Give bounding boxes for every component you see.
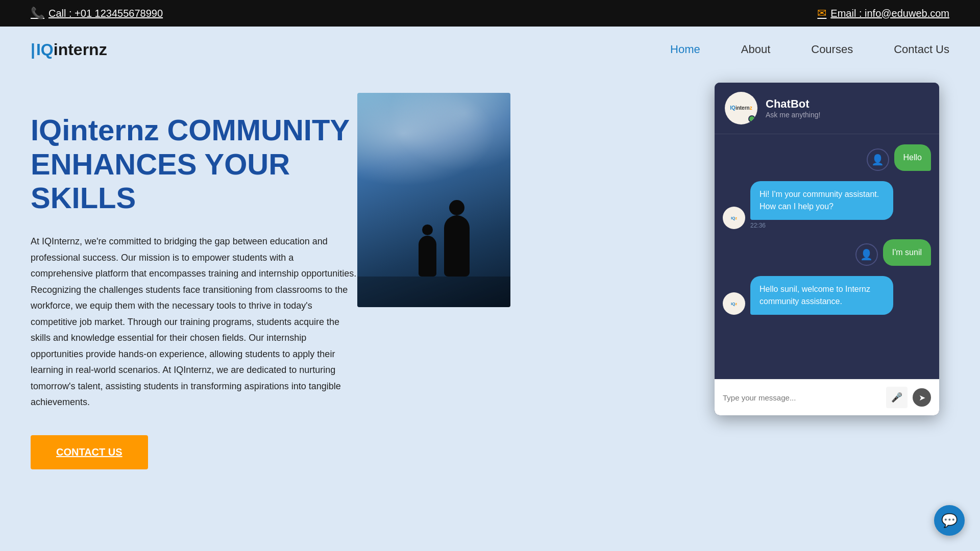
header: |IQinternz Home About Courses Contact Us (0, 27, 980, 72)
phone-label: Call : +01 123455678990 (48, 8, 163, 19)
chatbot-subtitle: Ask me anything! (766, 111, 820, 119)
mic-icon: 🎤 (891, 392, 902, 403)
contact-us-button[interactable]: CONTACT US (31, 435, 148, 469)
nav-home[interactable]: Home (670, 43, 700, 56)
chat-header: IQinternz ChatBot Ask me anything! (715, 83, 939, 134)
child-figure (419, 236, 436, 277)
chatbot-avatar: IQinternz (725, 92, 757, 124)
nav-contact[interactable]: Contact Us (894, 43, 949, 56)
chat-bubble-button[interactable]: 💬 (934, 505, 965, 536)
user-avatar: 👤 (855, 243, 878, 266)
chatbot-title: ChatBot (766, 97, 820, 111)
logo-internz: internz (54, 40, 107, 59)
chat-widget: IQinternz ChatBot Ask me anything! Hello… (715, 83, 939, 415)
logo-bar: | (31, 40, 35, 59)
chat-input-area: 🎤 ➤ (715, 379, 939, 415)
reflection (357, 277, 510, 307)
phone-link[interactable]: 📞 Call : +01 123455678990 (31, 7, 163, 20)
chat-bubble-icon: 💬 (941, 513, 958, 529)
user-avatar: 👤 (867, 148, 889, 171)
nav-courses[interactable]: Courses (811, 43, 853, 56)
chat-messages[interactable]: Hello👤IQzHi! I'm your community assistan… (715, 134, 939, 379)
bubble-wrap: Hi! I'm your community assistant. How ca… (750, 181, 893, 229)
cloud-decoration (357, 93, 510, 195)
send-icon: ➤ (919, 393, 925, 403)
message-row: IQzHi! I'm your community assistant. How… (723, 181, 931, 229)
nav-about[interactable]: About (741, 43, 771, 56)
chatbot-logo: IQinternz (730, 105, 752, 111)
email-link[interactable]: ✉ Email : info@eduweb.com (817, 7, 949, 20)
send-button[interactable]: ➤ (913, 388, 931, 407)
email-icon: ✉ (817, 7, 826, 20)
message-row: IQzHello sunil, welcome to Internz commu… (723, 276, 931, 315)
hero-section: IQinternz COMMUNITY ENHANCES YOUR SKILLS… (0, 72, 980, 521)
message-bubble: I'm sunil (883, 239, 931, 266)
top-bar: 📞 Call : +01 123455678990 ✉ Email : info… (0, 0, 980, 27)
email-label: Email : info@eduweb.com (830, 8, 949, 19)
main-nav: Home About Courses Contact Us (670, 43, 949, 56)
bubble-wrap: Hello sunil, welcome to Internz communit… (750, 276, 893, 315)
logo: |IQinternz (31, 40, 107, 59)
hero-image (357, 93, 510, 307)
hero-content: IQinternz COMMUNITY ENHANCES YOUR SKILLS… (31, 103, 378, 469)
bubble-wrap: Hello (894, 144, 931, 171)
hero-title: IQinternz COMMUNITY ENHANCES YOUR SKILLS (31, 113, 378, 215)
chat-input[interactable] (723, 393, 881, 402)
message-time: 22:36 (750, 222, 893, 229)
message-row: I'm sunil👤 (723, 239, 931, 266)
hero-body: At IQInternz, we're committed to bridgin… (31, 234, 357, 411)
adult-figure (444, 215, 470, 277)
online-indicator (748, 115, 755, 122)
bot-avatar: IQz (723, 292, 745, 315)
message-bubble: Hi! I'm your community assistant. How ca… (750, 181, 893, 220)
message-row: Hello👤 (723, 144, 931, 171)
mic-button[interactable]: 🎤 (886, 387, 908, 408)
silhouette-scene (357, 93, 510, 307)
message-bubble: Hello sunil, welcome to Internz communit… (750, 276, 893, 315)
chat-header-info: ChatBot Ask me anything! (766, 97, 820, 119)
message-bubble: Hello (894, 144, 931, 171)
phone-icon: 📞 (31, 7, 44, 20)
bot-avatar: IQz (723, 207, 745, 229)
bubble-wrap: I'm sunil (883, 239, 931, 266)
logo-iq: IQ (36, 40, 54, 59)
